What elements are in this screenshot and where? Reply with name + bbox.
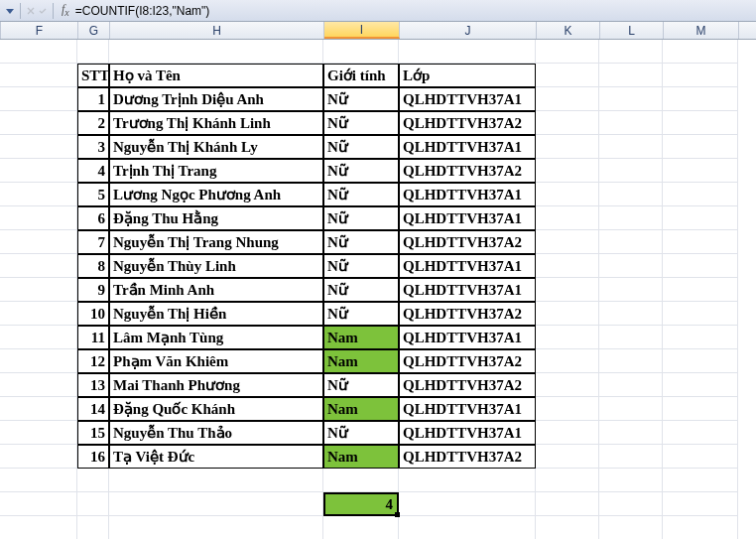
cell[interactable]: [599, 159, 663, 183]
cell[interactable]: [663, 326, 738, 349]
cell-class[interactable]: QLHDTTVH37A1: [399, 326, 536, 349]
cell[interactable]: [599, 40, 663, 64]
cell[interactable]: [599, 373, 663, 397]
cell[interactable]: [399, 516, 536, 539]
cell[interactable]: [77, 492, 109, 516]
cell-class[interactable]: QLHDTTVH37A2: [399, 111, 536, 135]
cell-sex[interactable]: Nữ: [323, 421, 399, 445]
table-header-lop[interactable]: Lớp: [399, 64, 536, 87]
cell[interactable]: [599, 469, 663, 492]
cell-name[interactable]: Lương Ngọc Phương Anh: [109, 183, 323, 206]
cell[interactable]: [0, 111, 77, 135]
cell-stt[interactable]: 11: [77, 326, 109, 349]
cell[interactable]: [536, 373, 599, 397]
enter-icon[interactable]: [37, 5, 49, 17]
cell-name[interactable]: Đặng Thu Hằng: [109, 206, 323, 230]
cell[interactable]: [599, 397, 663, 421]
cell[interactable]: [0, 302, 77, 326]
cell-stt[interactable]: 1: [77, 87, 109, 111]
cell-name[interactable]: Nguyễn Thị Khánh Ly: [109, 135, 323, 159]
cell[interactable]: [599, 183, 663, 206]
cell-class[interactable]: QLHDTTVH37A2: [399, 302, 536, 326]
cell-stt[interactable]: 4: [77, 159, 109, 183]
cell[interactable]: [536, 40, 599, 64]
cell[interactable]: [536, 230, 599, 254]
cell-stt[interactable]: 5: [77, 183, 109, 206]
cell-sex[interactable]: Nam: [323, 349, 399, 373]
cell[interactable]: [599, 254, 663, 278]
cell-name[interactable]: Đặng Quốc Khánh: [109, 397, 323, 421]
cell[interactable]: [599, 278, 663, 302]
cell[interactable]: [663, 183, 738, 206]
cell[interactable]: [536, 492, 599, 516]
cell[interactable]: [536, 302, 599, 326]
cell-sex[interactable]: Nữ: [323, 183, 399, 206]
cell-sex[interactable]: Nam: [323, 326, 399, 349]
cell[interactable]: [0, 445, 77, 469]
cell-class[interactable]: QLHDTTVH37A1: [399, 183, 536, 206]
cell-name[interactable]: Nguyễn Thùy Linh: [109, 254, 323, 278]
cell[interactable]: [663, 445, 738, 469]
cell[interactable]: [599, 516, 663, 539]
formula-input[interactable]: [73, 4, 756, 18]
cell[interactable]: [663, 302, 738, 326]
cell-stt[interactable]: 6: [77, 206, 109, 230]
cell[interactable]: [536, 349, 599, 373]
column-header-I[interactable]: I: [324, 22, 400, 39]
cell-class[interactable]: QLHDTTVH37A1: [399, 254, 536, 278]
cell[interactable]: [0, 516, 77, 539]
table-header-stt[interactable]: STT: [77, 64, 109, 87]
cell-sex[interactable]: Nữ: [323, 87, 399, 111]
cell[interactable]: [0, 373, 77, 397]
cell-class[interactable]: QLHDTTVH37A1: [399, 397, 536, 421]
cell-class[interactable]: QLHDTTVH37A1: [399, 206, 536, 230]
column-header-K[interactable]: K: [537, 22, 600, 39]
cell-name[interactable]: Nguyễn Thu Thảo: [109, 421, 323, 445]
cell[interactable]: [536, 516, 599, 539]
cell-name[interactable]: Phạm Văn Khiêm: [109, 349, 323, 373]
cell-stt[interactable]: 7: [77, 230, 109, 254]
cell[interactable]: [323, 469, 399, 492]
cell-stt[interactable]: 12: [77, 349, 109, 373]
cell[interactable]: [663, 111, 738, 135]
cell-sex[interactable]: Nữ: [323, 278, 399, 302]
table-header-hoten[interactable]: Họ và Tên: [109, 64, 323, 87]
cell[interactable]: [599, 326, 663, 349]
cell-name[interactable]: Tạ Việt Đức: [109, 445, 323, 469]
cell-stt[interactable]: 9: [77, 278, 109, 302]
cell[interactable]: [0, 349, 77, 373]
cell[interactable]: [599, 302, 663, 326]
cell[interactable]: [0, 64, 77, 87]
column-header-M[interactable]: M: [664, 22, 739, 39]
cell[interactable]: [663, 40, 738, 64]
fx-icon[interactable]: fx: [62, 2, 69, 18]
cell[interactable]: [663, 421, 738, 445]
cell[interactable]: [399, 40, 536, 64]
cell[interactable]: [599, 421, 663, 445]
column-header-L[interactable]: L: [600, 22, 664, 39]
cell[interactable]: [0, 206, 77, 230]
cell[interactable]: [663, 469, 738, 492]
name-box-dropdown-icon[interactable]: [4, 5, 16, 17]
cell[interactable]: [599, 87, 663, 111]
cell-stt[interactable]: 13: [77, 373, 109, 397]
cell-stt[interactable]: 2: [77, 111, 109, 135]
cell[interactable]: [77, 40, 109, 64]
cell[interactable]: [663, 278, 738, 302]
cell-sex[interactable]: Nữ: [323, 302, 399, 326]
cell-sex[interactable]: Nữ: [323, 111, 399, 135]
cell[interactable]: [536, 397, 599, 421]
cell[interactable]: [0, 40, 77, 64]
cell-stt[interactable]: 8: [77, 254, 109, 278]
cell[interactable]: [663, 135, 738, 159]
cell[interactable]: [663, 87, 738, 111]
cell-name[interactable]: Dương Trịnh Diệu Anh: [109, 87, 323, 111]
cell-name[interactable]: Nguyễn Thị Hiền: [109, 302, 323, 326]
cell-sex[interactable]: Nữ: [323, 135, 399, 159]
column-header-J[interactable]: J: [400, 22, 537, 39]
cell-class[interactable]: QLHDTTVH37A2: [399, 349, 536, 373]
cell-sex[interactable]: Nữ: [323, 206, 399, 230]
cell[interactable]: [77, 516, 109, 539]
cell[interactable]: [663, 492, 738, 516]
cell-class[interactable]: QLHDTTVH37A2: [399, 159, 536, 183]
